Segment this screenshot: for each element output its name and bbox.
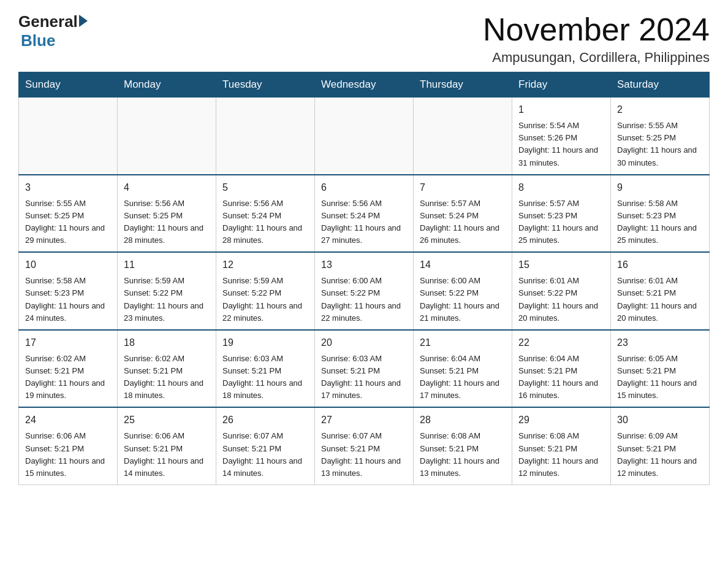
day-info: Sunrise: 5:58 AM Sunset: 5:23 PM Dayligh… [25, 275, 111, 324]
logo-triangle-icon [79, 15, 88, 27]
title-block: November 2024 Ampusungan, Cordillera, Ph… [483, 12, 710, 66]
day-number: 26 [222, 413, 308, 427]
calendar-cell: 15Sunrise: 6:01 AM Sunset: 5:22 PM Dayli… [512, 252, 611, 330]
calendar-body: 1Sunrise: 5:54 AM Sunset: 5:26 PM Daylig… [19, 98, 710, 485]
calendar-table: SundayMondayTuesdayWednesdayThursdayFrid… [18, 72, 710, 485]
calendar-cell: 25Sunrise: 6:06 AM Sunset: 5:21 PM Dayli… [118, 407, 216, 484]
calendar-week-0: 1Sunrise: 5:54 AM Sunset: 5:26 PM Daylig… [19, 98, 710, 175]
calendar-cell: 30Sunrise: 6:09 AM Sunset: 5:21 PM Dayli… [611, 407, 710, 484]
day-number: 13 [321, 258, 407, 272]
day-info: Sunrise: 5:58 AM Sunset: 5:23 PM Dayligh… [617, 197, 703, 247]
calendar-cell: 17Sunrise: 6:02 AM Sunset: 5:21 PM Dayli… [19, 330, 118, 408]
day-info: Sunrise: 6:02 AM Sunset: 5:21 PM Dayligh… [124, 353, 210, 402]
day-number: 17 [25, 335, 111, 350]
day-number: 19 [222, 335, 308, 350]
day-info: Sunrise: 5:56 AM Sunset: 5:24 PM Dayligh… [321, 197, 407, 247]
day-info: Sunrise: 6:09 AM Sunset: 5:21 PM Dayligh… [617, 430, 703, 480]
calendar-cell: 12Sunrise: 5:59 AM Sunset: 5:22 PM Dayli… [216, 252, 315, 330]
calendar-cell: 16Sunrise: 6:01 AM Sunset: 5:21 PM Dayli… [611, 252, 710, 330]
day-info: Sunrise: 6:03 AM Sunset: 5:21 PM Dayligh… [321, 353, 407, 402]
calendar-header-saturday: Saturday [611, 72, 710, 98]
day-info: Sunrise: 6:00 AM Sunset: 5:22 PM Dayligh… [420, 275, 506, 324]
calendar-week-1: 3Sunrise: 5:55 AM Sunset: 5:25 PM Daylig… [19, 175, 710, 253]
calendar-header-tuesday: Tuesday [216, 72, 315, 98]
calendar-cell: 26Sunrise: 6:07 AM Sunset: 5:21 PM Dayli… [216, 407, 315, 484]
day-number: 24 [25, 413, 111, 427]
day-number: 20 [321, 335, 407, 350]
day-info: Sunrise: 5:59 AM Sunset: 5:22 PM Dayligh… [124, 275, 210, 324]
day-number: 3 [25, 180, 111, 195]
day-info: Sunrise: 5:57 AM Sunset: 5:24 PM Dayligh… [420, 197, 506, 247]
calendar-header-row: SundayMondayTuesdayWednesdayThursdayFrid… [19, 72, 710, 98]
calendar-cell [414, 98, 512, 175]
calendar-cell [118, 98, 216, 175]
calendar-cell: 2Sunrise: 5:55 AM Sunset: 5:25 PM Daylig… [611, 98, 710, 175]
day-info: Sunrise: 5:56 AM Sunset: 5:24 PM Dayligh… [222, 197, 308, 247]
calendar-header-friday: Friday [512, 72, 611, 98]
day-number: 30 [617, 413, 703, 427]
calendar-cell: 7Sunrise: 5:57 AM Sunset: 5:24 PM Daylig… [414, 175, 512, 253]
calendar-cell: 22Sunrise: 6:04 AM Sunset: 5:21 PM Dayli… [512, 330, 611, 408]
day-info: Sunrise: 6:01 AM Sunset: 5:22 PM Dayligh… [518, 275, 604, 324]
day-info: Sunrise: 5:59 AM Sunset: 5:22 PM Dayligh… [222, 275, 308, 324]
day-number: 28 [420, 413, 506, 427]
day-info: Sunrise: 6:05 AM Sunset: 5:21 PM Dayligh… [617, 353, 703, 402]
calendar-week-4: 24Sunrise: 6:06 AM Sunset: 5:21 PM Dayli… [19, 407, 710, 484]
day-number: 23 [617, 335, 703, 350]
page-header: General Blue November 2024 Ampusungan, C… [18, 12, 710, 66]
day-info: Sunrise: 5:57 AM Sunset: 5:23 PM Dayligh… [518, 197, 604, 247]
calendar-cell: 10Sunrise: 5:58 AM Sunset: 5:23 PM Dayli… [19, 252, 118, 330]
calendar-cell: 24Sunrise: 6:06 AM Sunset: 5:21 PM Dayli… [19, 407, 118, 484]
day-info: Sunrise: 6:07 AM Sunset: 5:21 PM Dayligh… [321, 430, 407, 480]
day-info: Sunrise: 6:07 AM Sunset: 5:21 PM Dayligh… [222, 430, 308, 480]
calendar-week-3: 17Sunrise: 6:02 AM Sunset: 5:21 PM Dayli… [19, 330, 710, 408]
day-number: 9 [617, 180, 703, 195]
day-number: 18 [124, 335, 210, 350]
day-info: Sunrise: 6:00 AM Sunset: 5:22 PM Dayligh… [321, 275, 407, 324]
calendar-cell: 27Sunrise: 6:07 AM Sunset: 5:21 PM Dayli… [315, 407, 414, 484]
calendar-cell: 6Sunrise: 5:56 AM Sunset: 5:24 PM Daylig… [315, 175, 414, 253]
calendar-header-monday: Monday [118, 72, 216, 98]
calendar-cell: 23Sunrise: 6:05 AM Sunset: 5:21 PM Dayli… [611, 330, 710, 408]
calendar-cell: 9Sunrise: 5:58 AM Sunset: 5:23 PM Daylig… [611, 175, 710, 253]
day-number: 27 [321, 413, 407, 427]
calendar-header-sunday: Sunday [19, 72, 118, 98]
calendar-cell: 1Sunrise: 5:54 AM Sunset: 5:26 PM Daylig… [512, 98, 611, 175]
calendar-cell: 18Sunrise: 6:02 AM Sunset: 5:21 PM Dayli… [118, 330, 216, 408]
calendar-cell [216, 98, 315, 175]
day-number: 4 [124, 180, 210, 195]
day-number: 12 [222, 258, 308, 272]
day-number: 7 [420, 180, 506, 195]
day-number: 5 [222, 180, 308, 195]
calendar-cell: 19Sunrise: 6:03 AM Sunset: 5:21 PM Dayli… [216, 330, 315, 408]
calendar-cell [315, 98, 414, 175]
day-number: 14 [420, 258, 506, 272]
calendar-cell: 3Sunrise: 5:55 AM Sunset: 5:25 PM Daylig… [19, 175, 118, 253]
day-number: 1 [518, 102, 604, 117]
day-number: 11 [124, 258, 210, 272]
day-info: Sunrise: 6:06 AM Sunset: 5:21 PM Dayligh… [25, 430, 111, 480]
calendar-cell: 11Sunrise: 5:59 AM Sunset: 5:22 PM Dayli… [118, 252, 216, 330]
day-info: Sunrise: 5:54 AM Sunset: 5:26 PM Dayligh… [518, 120, 604, 169]
day-number: 21 [420, 335, 506, 350]
day-number: 22 [518, 335, 604, 350]
calendar-cell: 13Sunrise: 6:00 AM Sunset: 5:22 PM Dayli… [315, 252, 414, 330]
calendar-cell: 20Sunrise: 6:03 AM Sunset: 5:21 PM Dayli… [315, 330, 414, 408]
calendar-cell: 29Sunrise: 6:08 AM Sunset: 5:21 PM Dayli… [512, 407, 611, 484]
calendar-cell: 28Sunrise: 6:08 AM Sunset: 5:21 PM Dayli… [414, 407, 512, 484]
calendar-header-thursday: Thursday [414, 72, 512, 98]
calendar-week-2: 10Sunrise: 5:58 AM Sunset: 5:23 PM Dayli… [19, 252, 710, 330]
day-info: Sunrise: 6:08 AM Sunset: 5:21 PM Dayligh… [420, 430, 506, 480]
location-title: Ampusungan, Cordillera, Philippines [483, 50, 710, 66]
day-info: Sunrise: 6:04 AM Sunset: 5:21 PM Dayligh… [420, 353, 506, 402]
calendar-cell: 14Sunrise: 6:00 AM Sunset: 5:22 PM Dayli… [414, 252, 512, 330]
calendar-cell: 21Sunrise: 6:04 AM Sunset: 5:21 PM Dayli… [414, 330, 512, 408]
day-info: Sunrise: 6:02 AM Sunset: 5:21 PM Dayligh… [25, 353, 111, 402]
calendar-header-wednesday: Wednesday [315, 72, 414, 98]
calendar-cell: 8Sunrise: 5:57 AM Sunset: 5:23 PM Daylig… [512, 175, 611, 253]
calendar-cell [19, 98, 118, 175]
day-info: Sunrise: 5:55 AM Sunset: 5:25 PM Dayligh… [617, 120, 703, 169]
day-number: 10 [25, 258, 111, 272]
day-number: 15 [518, 258, 604, 272]
calendar-cell: 4Sunrise: 5:56 AM Sunset: 5:25 PM Daylig… [118, 175, 216, 253]
